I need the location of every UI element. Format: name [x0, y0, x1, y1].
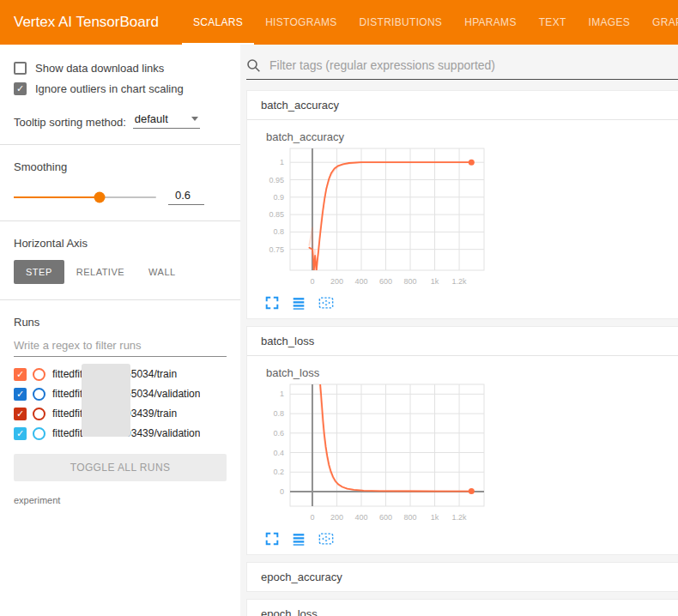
smoothing-label: Smoothing	[14, 160, 227, 173]
run-checkbox[interactable]: ✓	[14, 427, 27, 440]
tab-text[interactable]: TEXT	[528, 0, 578, 45]
chart-toolbar	[264, 294, 678, 311]
svg-text:0: 0	[310, 513, 314, 522]
run-color-circle[interactable]	[33, 388, 45, 401]
svg-text:1.2k: 1.2k	[452, 513, 468, 522]
toggle-all-runs-button[interactable]: TOGGLE ALL RUNS	[14, 454, 227, 481]
svg-text:0.8: 0.8	[273, 227, 284, 236]
fit-domain-button[interactable]	[318, 294, 335, 311]
run-color-circle[interactable]	[33, 408, 45, 420]
horizontal-axis-buttons: STEP RELATIVE WALL	[14, 260, 227, 284]
tab-graphs[interactable]: GRAPHS	[641, 0, 678, 45]
ignore-outliers-checkbox[interactable]: ✓ Ignore outliers in chart scaling	[14, 82, 227, 95]
batch-loss-chart[interactable]: 10.80.60.40.2002004006008001k1.2k	[259, 381, 487, 528]
horizontal-bars-icon	[291, 531, 306, 547]
svg-text:800: 800	[404, 277, 417, 286]
checkbox-label: Show data download links	[35, 62, 164, 75]
svg-text:0.95: 0.95	[269, 176, 284, 184]
expand-chart-button[interactable]	[264, 530, 281, 547]
smoothing-value[interactable]: 0.6	[168, 189, 204, 205]
chart-title: batch_accuracy	[266, 130, 678, 143]
run-color-circle[interactable]	[33, 427, 45, 440]
card-epoch-loss: epoch_loss	[246, 599, 678, 616]
horizontal-axis-label: Horizontal Axis	[14, 237, 227, 250]
section-header[interactable]: epoch_loss	[247, 600, 678, 616]
tooltip-sorting-value: default	[135, 112, 168, 125]
svg-text:400: 400	[354, 513, 367, 522]
run-color-circle[interactable]	[33, 368, 45, 381]
svg-text:0.75: 0.75	[269, 245, 284, 254]
tab-hparams[interactable]: HPARAMS	[453, 0, 528, 45]
svg-text:200: 200	[330, 513, 343, 522]
nav-tabs: SCALARS HISTOGRAMS DISTRIBUTIONS HPARAMS…	[182, 0, 678, 45]
axis-wall-button[interactable]: WALL	[136, 260, 188, 284]
divider	[0, 144, 240, 145]
log-scale-button[interactable]	[291, 530, 308, 547]
expand-chart-button[interactable]	[264, 294, 281, 311]
svg-text:0.8: 0.8	[273, 409, 284, 418]
svg-text:800: 800	[404, 513, 417, 522]
fit-domain-icon	[318, 531, 335, 547]
fit-domain-icon	[318, 295, 335, 311]
redaction-overlay	[82, 364, 130, 437]
card-batch-loss: batch_loss batch_loss 10.80.60.40.200200…	[246, 326, 678, 555]
card-epoch-accuracy: epoch_accuracy	[246, 562, 678, 592]
svg-text:0.6: 0.6	[273, 429, 284, 438]
horizontal-bars-icon	[291, 295, 306, 311]
smoothing-slider[interactable]	[14, 196, 156, 198]
app-title: Vertex AI TensorBoard	[0, 14, 182, 31]
slider-thumb[interactable]	[94, 191, 105, 202]
tag-filter-input[interactable]	[268, 57, 678, 73]
svg-text:0.9: 0.9	[273, 193, 284, 202]
runs-filter-input[interactable]	[14, 334, 227, 357]
runs-list: ✓fittedfit-165034/train✓fittedfit-165034…	[14, 367, 227, 440]
run-checkbox[interactable]: ✓	[14, 368, 27, 381]
svg-text:0: 0	[310, 277, 314, 286]
tooltip-sorting-select[interactable]: default	[133, 112, 200, 129]
divider	[0, 220, 240, 221]
section-header[interactable]: batch_loss	[247, 327, 678, 356]
batch-accuracy-chart[interactable]: 10.950.90.850.80.7502004006008001k1.2k	[259, 145, 487, 293]
tag-filter-row	[246, 57, 678, 80]
svg-text:200: 200	[330, 277, 343, 286]
tab-images[interactable]: IMAGES	[578, 0, 641, 45]
tab-scalars[interactable]: SCALARS	[182, 0, 254, 45]
checkbox-icon[interactable]	[14, 62, 27, 75]
scalars-main: batch_accuracy batch_accuracy 10.950.90.…	[240, 45, 678, 616]
log-scale-button[interactable]	[291, 294, 308, 311]
experiment-label: experiment	[14, 495, 227, 505]
svg-text:0.2: 0.2	[273, 468, 284, 476]
svg-text:1k: 1k	[431, 513, 439, 522]
tab-histograms[interactable]: HISTOGRAMS	[254, 0, 348, 45]
app-header: Vertex AI TensorBoard SCALARS HISTOGRAMS…	[0, 0, 678, 45]
search-icon	[246, 58, 261, 73]
chart-toolbar	[264, 530, 678, 547]
fullscreen-icon	[264, 295, 280, 311]
fit-domain-button[interactable]	[318, 530, 335, 547]
svg-text:0: 0	[280, 487, 284, 496]
svg-text:0.85: 0.85	[269, 210, 284, 219]
checkbox-label: Ignore outliers in chart scaling	[35, 82, 184, 95]
section-header[interactable]: epoch_accuracy	[247, 563, 678, 591]
settings-sidebar: Show data download links ✓ Ignore outlie…	[0, 45, 240, 616]
run-checkbox[interactable]: ✓	[14, 408, 27, 420]
card-body: batch_loss 10.80.60.40.2002004006008001k…	[247, 356, 678, 554]
tab-distributions[interactable]: DISTRIBUTIONS	[348, 0, 454, 45]
svg-text:600: 600	[379, 513, 392, 522]
checkbox-icon[interactable]: ✓	[14, 82, 27, 95]
tooltip-sorting-label: Tooltip sorting method:	[14, 116, 126, 129]
divider	[0, 299, 240, 300]
tooltip-sorting-row: Tooltip sorting method: default	[14, 112, 227, 129]
run-checkbox[interactable]: ✓	[14, 388, 27, 401]
section-header[interactable]: batch_accuracy	[247, 91, 678, 120]
card-body: batch_accuracy 10.950.90.850.80.75020040…	[247, 120, 678, 318]
smoothing-slider-row: 0.6	[14, 189, 227, 205]
card-batch-accuracy: batch_accuracy batch_accuracy 10.950.90.…	[246, 90, 678, 319]
svg-text:600: 600	[379, 277, 392, 286]
svg-text:1: 1	[280, 158, 284, 166]
show-download-links-checkbox[interactable]: Show data download links	[14, 62, 227, 75]
svg-text:0.4: 0.4	[273, 449, 284, 457]
svg-text:1k: 1k	[431, 277, 439, 286]
axis-step-button[interactable]: STEP	[14, 260, 64, 284]
axis-relative-button[interactable]: RELATIVE	[64, 260, 136, 284]
